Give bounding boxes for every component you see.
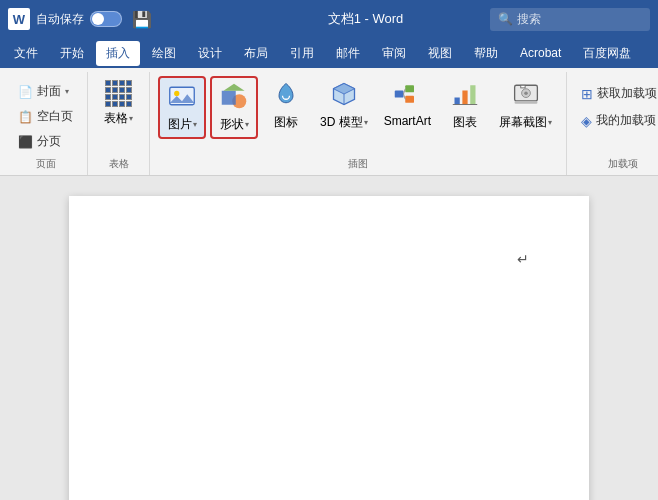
svg-rect-14 [470, 85, 475, 104]
smartart-icon [393, 80, 421, 111]
image-button[interactable]: 图片 ▾ [158, 76, 206, 139]
chart-icon [451, 80, 479, 111]
svg-line-11 [404, 94, 406, 99]
chevron-icon: ▾ [245, 120, 249, 129]
cover-page-button[interactable]: 📄 封面 ▾ [12, 80, 75, 103]
ribbon-group-pages: 📄 封面 ▾ 📋 空白页 ⬛ 分页 页面 [4, 72, 88, 175]
search-placeholder: 搜索 [517, 11, 541, 28]
chart-button[interactable]: 图表 [441, 76, 489, 135]
svg-rect-8 [406, 85, 415, 92]
menu-acrobat[interactable]: Acrobat [510, 42, 571, 64]
document-title: 文档1 - Word [249, 10, 482, 28]
chevron-icon: ▾ [193, 120, 197, 129]
menu-view[interactable]: 视图 [418, 41, 462, 66]
screenshot-label: 屏幕截图 ▾ [499, 114, 552, 131]
menu-help[interactable]: 帮助 [464, 41, 508, 66]
ribbon-group-addins: ⊞ 获取加载项 ◈ 我的加载项 ▾ 加载项 [567, 72, 658, 175]
menu-reference[interactable]: 引用 [280, 41, 324, 66]
svg-line-10 [404, 89, 406, 94]
menu-file[interactable]: 文件 [4, 41, 48, 66]
image-label: 图片 ▾ [168, 116, 197, 133]
svg-point-1 [174, 91, 179, 96]
menu-layout[interactable]: 布局 [234, 41, 278, 66]
3d-model-label: 3D 模型 ▾ [320, 114, 368, 131]
illustrations-items: 图片 ▾ 形状 ▾ [158, 76, 558, 155]
chart-label: 图表 [453, 114, 477, 131]
icons-icon [272, 80, 300, 111]
get-addins-button[interactable]: ⊞ 获取加载项 [575, 82, 658, 105]
save-button[interactable]: 💾 [128, 8, 156, 31]
menu-design[interactable]: 设计 [188, 41, 232, 66]
icons-button[interactable]: 图标 [262, 76, 310, 135]
autosave-toggle[interactable] [90, 11, 122, 27]
smartart-label: SmartArt [384, 114, 431, 128]
screenshot-button[interactable]: 屏幕截图 ▾ [493, 76, 558, 135]
search-icon: 🔍 [498, 12, 513, 26]
addins-icon: ⊞ [581, 86, 593, 102]
title-bar-left: W 自动保存 💾 [8, 8, 241, 31]
word-icon: W [8, 8, 30, 30]
table-items: 表格 ▾ [96, 76, 141, 155]
menu-draw[interactable]: 绘图 [142, 41, 186, 66]
menu-mail[interactable]: 邮件 [326, 41, 370, 66]
addins-items: ⊞ 获取加载项 ◈ 我的加载项 ▾ [575, 76, 658, 155]
ribbon-group-illustrations: 图片 ▾ 形状 ▾ [150, 72, 567, 175]
menu-review[interactable]: 审阅 [372, 41, 416, 66]
smartart-button[interactable]: SmartArt [378, 76, 437, 132]
svg-rect-19 [520, 85, 524, 88]
cursor-mark: ↵ [517, 251, 529, 267]
document-area: ↵ [0, 176, 658, 500]
svg-rect-7 [395, 91, 404, 98]
svg-rect-20 [514, 101, 537, 104]
icons-label: 图标 [274, 114, 298, 131]
3d-model-button[interactable]: 3D 模型 ▾ [314, 76, 374, 135]
table-group-label: 表格 [96, 155, 141, 175]
svg-rect-3 [222, 91, 236, 105]
table-label: 表格 ▾ [104, 110, 133, 127]
search-box[interactable]: 🔍 搜索 [490, 8, 650, 31]
svg-rect-9 [406, 96, 415, 103]
menu-insert[interactable]: 插入 [96, 41, 140, 66]
chevron-icon: ▾ [364, 118, 368, 127]
menu-home[interactable]: 开始 [50, 41, 94, 66]
title-bar: W 自动保存 💾 文档1 - Word 🔍 搜索 [0, 0, 658, 38]
svg-rect-13 [462, 91, 467, 105]
my-addins-button[interactable]: ◈ 我的加载项 ▾ [575, 109, 658, 132]
addins-group-label: 加载项 [575, 155, 658, 175]
shape-icon [220, 82, 248, 113]
3d-model-icon [330, 80, 358, 111]
my-addins-icon: ◈ [581, 113, 592, 129]
shape-button[interactable]: 形状 ▾ [210, 76, 258, 139]
page-break-button[interactable]: ⬛ 分页 [12, 130, 67, 153]
cover-icon: 📄 [18, 85, 33, 99]
screenshot-icon [512, 80, 540, 111]
ribbon-group-table: 表格 ▾ 表格 [88, 72, 150, 175]
table-button[interactable]: 表格 ▾ [96, 76, 141, 131]
menu-bar: 文件 开始 插入 绘图 设计 布局 引用 邮件 审阅 视图 帮助 Acrobat… [0, 38, 658, 68]
autosave-label: 自动保存 [36, 11, 84, 28]
illustrations-group-label: 插图 [158, 155, 558, 175]
pages-items: 📄 封面 ▾ 📋 空白页 ⬛ 分页 [12, 76, 79, 155]
pages-group-label: 页面 [12, 155, 79, 175]
document-page[interactable]: ↵ [69, 196, 589, 500]
chevron-icon: ▾ [548, 118, 552, 127]
svg-rect-12 [455, 98, 460, 105]
chevron-icon: ▾ [129, 114, 133, 123]
page-break-icon: ⬛ [18, 135, 33, 149]
ribbon: 📄 封面 ▾ 📋 空白页 ⬛ 分页 页面 [0, 68, 658, 176]
image-icon [168, 82, 196, 113]
shape-label: 形状 ▾ [220, 116, 249, 133]
blank-page-button[interactable]: 📋 空白页 [12, 105, 79, 128]
table-grid-icon [105, 80, 132, 107]
chevron-icon: ▾ [65, 87, 69, 96]
blank-page-icon: 📋 [18, 110, 33, 124]
svg-point-18 [524, 91, 528, 95]
menu-baidu[interactable]: 百度网盘 [573, 41, 641, 66]
